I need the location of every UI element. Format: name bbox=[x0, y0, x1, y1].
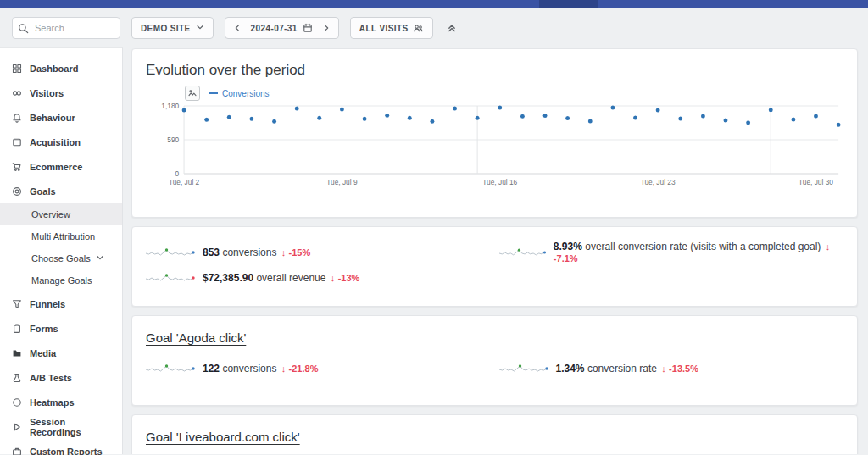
metric-label: conversions bbox=[222, 247, 276, 258]
sidebar-item-label: Session Recordings bbox=[30, 417, 110, 437]
svg-text:1,180: 1,180 bbox=[161, 103, 179, 110]
chart-plot-area[interactable]: 05901,180Tue, Jul 2Tue, Jul 9Tue, Jul 16… bbox=[146, 103, 843, 191]
sidebar-item-custom-reports[interactable]: Custom Reports bbox=[0, 439, 122, 455]
decrease-arrow-icon: ↓ bbox=[826, 241, 831, 252]
sidebar-item-goals[interactable]: Goals bbox=[0, 179, 122, 203]
sidebar-item-multi-attribution[interactable]: Multi Attribution bbox=[0, 225, 122, 247]
sidebar-item-label: Choose Goals bbox=[31, 253, 91, 264]
sidebar-item-funnels[interactable]: Funnels bbox=[0, 291, 122, 316]
sidebar-item-label: Media bbox=[30, 348, 56, 358]
metric-change: -7.1% bbox=[554, 253, 578, 264]
svg-text:Tue, Jul 23: Tue, Jul 23 bbox=[641, 178, 676, 186]
export-chart-icon[interactable] bbox=[185, 86, 200, 101]
sidebar-item-visitors[interactable]: Visitors bbox=[0, 80, 122, 105]
svg-text:Tue, Jul 16: Tue, Jul 16 bbox=[482, 178, 517, 186]
sidebar-item-overview[interactable]: Overview bbox=[0, 203, 122, 225]
metric-change: -13.5% bbox=[669, 363, 698, 374]
site-selector-label: DEMO SITE bbox=[141, 24, 191, 33]
sidebar-item-label: Ecommerce bbox=[30, 162, 82, 172]
goal-title-link[interactable]: Goal 'Liveaboard.com click' bbox=[146, 430, 300, 444]
date-picker-button[interactable]: 2024-07-31 bbox=[251, 23, 313, 33]
behaviour-icon bbox=[12, 113, 22, 123]
segment-label: ALL VISITS bbox=[359, 24, 409, 33]
sidebar-item-label: Goals bbox=[30, 186, 56, 197]
sidebar-item-heatmaps[interactable]: Heatmaps bbox=[0, 390, 122, 414]
double-chevron-up-icon bbox=[447, 23, 457, 33]
goal-card-goal-liveaboard-com-click: Goal 'Liveaboard.com click' bbox=[131, 414, 858, 454]
decrease-arrow-icon: ↓ bbox=[331, 273, 336, 283]
sidebar-item-label: Forms bbox=[30, 324, 58, 334]
metric-value: $72,385.90 bbox=[203, 272, 253, 284]
chevron-down-icon bbox=[196, 23, 204, 33]
svg-text:Tue, Jul 9: Tue, Jul 9 bbox=[326, 178, 358, 186]
metric-change: -15% bbox=[289, 247, 311, 258]
funnels-icon bbox=[12, 299, 22, 309]
svg-text:0: 0 bbox=[175, 169, 180, 178]
metric-overall-revenue: $72,385.90 overall revenue ↓ -13% bbox=[146, 265, 491, 291]
metric-change: -13% bbox=[338, 273, 360, 283]
collapse-toolbar-button[interactable] bbox=[444, 20, 459, 36]
overview-metrics-card: 853 conversions ↓ -15%$72,385.90 overall… bbox=[131, 226, 858, 307]
search-box bbox=[12, 17, 120, 39]
sidebar-item-label: Custom Reports bbox=[30, 447, 103, 455]
next-date-button[interactable] bbox=[320, 22, 333, 34]
segment-selector-button[interactable]: ALL VISITS bbox=[350, 17, 434, 39]
metric-value: 8.93% bbox=[554, 241, 582, 252]
metric-value: 122 bbox=[203, 363, 220, 375]
heatmaps-icon bbox=[12, 397, 22, 408]
sidebar-item-label: A/B Tests bbox=[30, 373, 72, 383]
chart-legend-row: Conversions bbox=[185, 86, 843, 101]
legend-item-conversions[interactable]: Conversions bbox=[209, 89, 270, 98]
sparkline bbox=[146, 247, 195, 258]
svg-text:Tue, Jul 2: Tue, Jul 2 bbox=[169, 178, 200, 186]
sidebar-item-choose-goals[interactable]: Choose Goals bbox=[0, 247, 122, 269]
goals-icon bbox=[12, 186, 22, 197]
sidebar-item-forms[interactable]: Forms bbox=[0, 316, 122, 341]
metric-label: overall conversion rate (visits with a c… bbox=[585, 241, 821, 252]
goal-title-link[interactable]: Goal 'Agoda click' bbox=[146, 330, 246, 345]
sidebar-item-dashboard[interactable]: Dashboard bbox=[0, 56, 122, 80]
decrease-arrow-icon: ↓ bbox=[281, 363, 287, 374]
sidebar-item-acquisition[interactable]: Acquisition bbox=[0, 130, 122, 154]
custom-reports-icon bbox=[12, 447, 22, 455]
sidebar-item-manage-goals[interactable]: Manage Goals bbox=[0, 269, 122, 291]
sidebar-item-label: Heatmaps bbox=[30, 397, 75, 408]
chevron-down-icon bbox=[96, 253, 104, 264]
sidebar-item-label: Behaviour bbox=[30, 113, 75, 123]
legend-swatch bbox=[209, 92, 218, 94]
sidebar-item-label: Overview bbox=[31, 209, 70, 219]
legend-label: Conversions bbox=[222, 89, 270, 98]
chart-title: Evolution over the period bbox=[146, 62, 843, 79]
session-recordings-icon bbox=[12, 422, 22, 432]
metric-value: 1.34% bbox=[556, 363, 585, 375]
sidebar-item-session-recordings[interactable]: Session Recordings bbox=[0, 414, 122, 439]
sidebar-item-label: Manage Goals bbox=[31, 275, 92, 286]
sidebar-item-label: Funnels bbox=[30, 299, 65, 309]
previous-date-button[interactable] bbox=[231, 22, 244, 34]
metric-conversions: 853 conversions ↓ -15% bbox=[146, 240, 491, 265]
date-range-selector: 2024-07-31 bbox=[225, 17, 339, 39]
metric-conversion-rate: 1.34% conversion rate ↓ -13.5% bbox=[499, 356, 844, 381]
svg-text:590: 590 bbox=[167, 136, 179, 144]
decrease-arrow-icon: ↓ bbox=[661, 363, 666, 374]
search-icon bbox=[18, 22, 29, 37]
site-selector-button[interactable]: DEMO SITE bbox=[131, 17, 214, 39]
sparkline bbox=[499, 363, 548, 375]
sparkline bbox=[146, 272, 195, 284]
conversions-line-chart[interactable]: 05901,180Tue, Jul 2Tue, Jul 9Tue, Jul 16… bbox=[146, 103, 843, 191]
sidebar-item-label: Acquisition bbox=[30, 137, 81, 147]
svg-text:Tue, Jul 30: Tue, Jul 30 bbox=[798, 178, 833, 186]
selected-date-label: 2024-07-31 bbox=[251, 24, 298, 33]
metric-label: conversions bbox=[222, 363, 276, 375]
sidebar-item-ecommerce[interactable]: Ecommerce bbox=[0, 154, 122, 179]
metrics-column-right: 8.93% overall conversion rate (visits wi… bbox=[499, 240, 844, 265]
metric-value: 853 bbox=[203, 247, 220, 258]
sidebar-item-label: Visitors bbox=[30, 88, 64, 98]
users-icon bbox=[413, 23, 424, 33]
sidebar-item-behaviour[interactable]: Behaviour bbox=[0, 105, 122, 130]
sidebar-item-a-b-tests[interactable]: A/B Tests bbox=[0, 365, 122, 390]
sidebar-item-media[interactable]: Media bbox=[0, 341, 122, 365]
sidebar-item-label: Multi Attribution bbox=[31, 231, 95, 241]
acquisition-icon bbox=[12, 137, 22, 147]
metric-label: conversion rate bbox=[587, 363, 657, 375]
